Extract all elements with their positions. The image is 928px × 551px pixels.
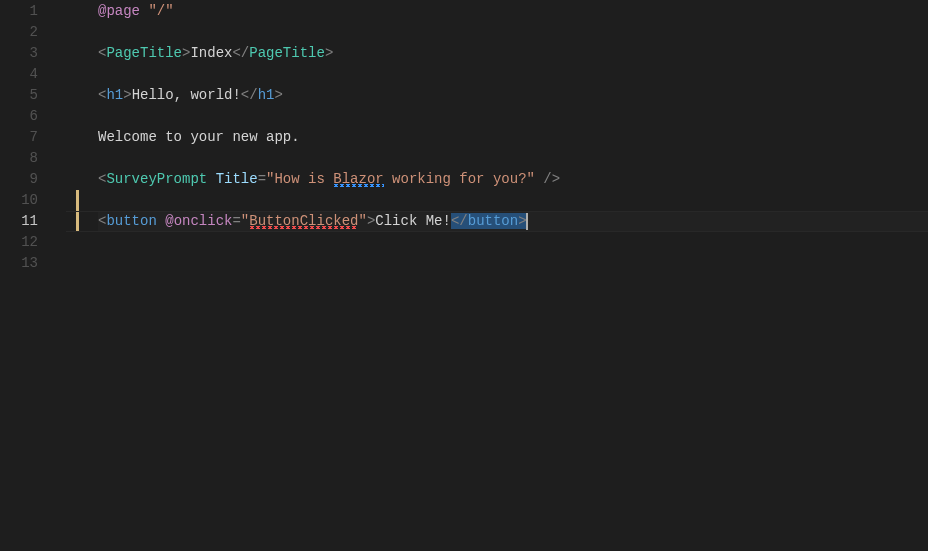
line-number: 9 xyxy=(0,169,66,190)
line-number: 8 xyxy=(0,148,66,169)
code-content[interactable]: @page "/" <PageTitle>Index</PageTitle> <… xyxy=(66,0,928,551)
code-line[interactable] xyxy=(98,22,928,43)
code-line[interactable]: Welcome to your new app. xyxy=(98,127,928,148)
text-content: Welcome to your new app. xyxy=(98,129,300,145)
component-tag: PageTitle xyxy=(106,45,182,61)
line-number: 4 xyxy=(0,64,66,85)
line-number-gutter: 1 2 3 4 5 6 7 8 9 10 11 12 13 xyxy=(0,0,66,551)
line-number: 5 xyxy=(0,85,66,106)
html-tag: h1 xyxy=(106,87,123,103)
code-line[interactable] xyxy=(98,64,928,85)
razor-directive-attr: @onclick xyxy=(165,213,232,229)
code-line[interactable]: @page "/" xyxy=(98,1,928,22)
string-literal: "/" xyxy=(148,3,173,19)
code-line[interactable] xyxy=(98,106,928,127)
line-number: 2 xyxy=(0,22,66,43)
html-tag: h1 xyxy=(258,87,275,103)
selection: </button> xyxy=(451,213,527,229)
code-line[interactable]: <h1>Hello, world!</h1> xyxy=(98,85,928,106)
line-number: 6 xyxy=(0,106,66,127)
code-line[interactable] xyxy=(98,190,928,211)
code-line[interactable] xyxy=(98,148,928,169)
component-tag: PageTitle xyxy=(249,45,325,61)
vertical-scrollbar[interactable] xyxy=(914,0,928,551)
text-content: Click Me! xyxy=(375,213,451,229)
text-content: Hello, world! xyxy=(132,87,241,103)
line-number-active: 11 xyxy=(0,211,66,232)
html-tag: button xyxy=(468,213,518,229)
attribute-name: Title xyxy=(216,171,258,187)
line-number: 13 xyxy=(0,253,66,274)
line-number: 1 xyxy=(0,1,66,22)
line-number: 3 xyxy=(0,43,66,64)
line-number: 7 xyxy=(0,127,66,148)
code-line[interactable] xyxy=(98,253,928,274)
code-line-active[interactable]: <button @onclick="ButtonClicked">Click M… xyxy=(98,211,928,232)
text-content: Index xyxy=(190,45,232,61)
component-tag: SurveyPrompt xyxy=(106,171,207,187)
line-number: 12 xyxy=(0,232,66,253)
info-squiggle: Blazor xyxy=(333,171,383,187)
html-tag: button xyxy=(106,213,156,229)
code-line[interactable] xyxy=(98,232,928,253)
razor-directive: @page xyxy=(98,3,140,19)
code-line[interactable]: <SurveyPrompt Title="How is Blazor worki… xyxy=(98,169,928,190)
code-line[interactable]: <PageTitle>Index</PageTitle> xyxy=(98,43,928,64)
line-number: 10 xyxy=(0,190,66,211)
code-editor[interactable]: 1 2 3 4 5 6 7 8 9 10 11 12 13 @page "/" … xyxy=(0,0,928,551)
error-squiggle: ButtonClicked xyxy=(249,213,358,229)
text-cursor xyxy=(526,213,528,230)
